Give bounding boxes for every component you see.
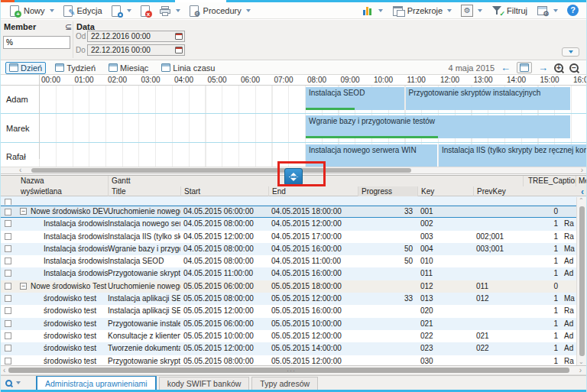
- settings-button[interactable]: ⚙: [457, 4, 486, 18]
- gantt-bar[interactable]: Wgranie bazy i przygotowanie testów: [306, 115, 570, 138]
- table-row[interactable]: Instalacja środowiskaInstalacja nowego s…: [1, 218, 586, 230]
- chevron-down-icon[interactable]: [553, 9, 558, 12]
- chevron-down-icon[interactable]: [378, 9, 383, 12]
- calendar-icon[interactable]: [175, 47, 183, 53]
- tab-week[interactable]: Tydzień: [51, 62, 99, 74]
- column-header-start[interactable]: Start: [180, 186, 268, 197]
- table-row[interactable]: Instalacja środowiskaInstalacja IIS (tyl…: [1, 231, 586, 243]
- next-day-button[interactable]: →: [538, 62, 548, 73]
- chevron-down-icon[interactable]: [16, 381, 21, 384]
- table-vertical-scrollbar[interactable]: ⌃ ⌄: [576, 197, 586, 365]
- checkbox-icon[interactable]: [5, 220, 11, 227]
- column-header-member[interactable]: Me: [576, 176, 587, 186]
- table-row[interactable]: środowisko testInstalacja aplikacji SE05…: [1, 293, 586, 305]
- table-settings-button[interactable]: ⚙: [533, 4, 562, 18]
- tab-typy-adresow[interactable]: Typy adresów: [251, 377, 318, 390]
- member-input[interactable]: [3, 36, 70, 49]
- toolbar-collapse-chevron[interactable]: [559, 15, 576, 19]
- sections-button-label: Przekroje: [407, 6, 443, 15]
- chevron-down-icon[interactable]: [447, 9, 452, 12]
- scroll-right-icon[interactable]: ›: [579, 366, 582, 374]
- member-operator[interactable]: ⊆: [65, 22, 72, 32]
- tab-kody-swift-bankow[interactable]: kody SWIFT banków: [159, 377, 250, 390]
- column-header-prevkey[interactable]: PrevKey: [473, 186, 523, 197]
- gantt-bar[interactable]: Przygotowanie skryptów instalacyjnych: [406, 87, 571, 110]
- collapse-toggle-icon[interactable]: −: [20, 283, 27, 290]
- table-horizontal-scrollbar[interactable]: ‹ ··· ›: [1, 365, 586, 375]
- date-from-field[interactable]: 22.12.2016 00:00: [87, 31, 185, 42]
- checkbox-icon[interactable]: [5, 233, 11, 240]
- checkbox-icon[interactable]: [5, 209, 11, 215]
- table-row[interactable]: Instalacja środowiskaWgranie bazy i przy…: [1, 243, 586, 255]
- checkbox-icon[interactable]: [5, 199, 11, 205]
- checkbox-icon[interactable]: [5, 295, 11, 302]
- chevron-down-icon[interactable]: [176, 9, 180, 12]
- edit-button[interactable]: ✎ Edycja: [58, 4, 106, 18]
- checkbox-icon[interactable]: [5, 332, 11, 339]
- column-header-title[interactable]: Title: [108, 186, 180, 197]
- table-row[interactable]: [1, 196, 586, 206]
- zoom-in-icon[interactable]: +: [554, 63, 563, 73]
- delete-button[interactable]: x: [135, 4, 155, 18]
- chevron-down-icon[interactable]: [50, 9, 54, 12]
- scrollbar-thumb[interactable]: [579, 206, 585, 356]
- scroll-down-icon[interactable]: ⌄: [579, 358, 584, 365]
- scroll-left-icon[interactable]: ‹: [19, 166, 21, 174]
- checkbox-icon[interactable]: [5, 245, 11, 252]
- table-row[interactable]: środowisko testPrzygotowanie instale05.0…: [1, 318, 586, 330]
- filter-collapse-button[interactable]: [562, 47, 579, 57]
- checkbox-icon[interactable]: [5, 283, 11, 290]
- chart-view-button[interactable]: [358, 4, 387, 18]
- bottom-search-button[interactable]: [1, 376, 25, 390]
- sections-button[interactable]: Przekroje: [388, 4, 456, 18]
- print-button[interactable]: [155, 4, 184, 18]
- checkbox-icon[interactable]: [5, 258, 11, 264]
- cell-tree-caption: 1: [523, 243, 561, 255]
- search-button[interactable]: [106, 4, 135, 18]
- checkbox-icon[interactable]: [5, 345, 11, 352]
- scroll-left-icon[interactable]: ‹: [3, 366, 5, 374]
- collapse-toggle-icon[interactable]: −: [20, 208, 27, 215]
- checkbox-icon[interactable]: [5, 270, 11, 277]
- scroll-right-icon[interactable]: ›: [581, 166, 583, 174]
- calendar-icon[interactable]: [175, 33, 183, 40]
- chevron-down-icon[interactable]: [127, 9, 131, 12]
- gantt-bar[interactable]: Instalacja IIS (tylko skrypty bez ręczne…: [439, 144, 586, 167]
- scroll-up-icon[interactable]: ⌃: [579, 197, 584, 204]
- column-header-nazwa[interactable]: Nazwa: [1, 176, 108, 186]
- zoom-out-icon[interactable]: −: [569, 63, 579, 73]
- prev-day-button[interactable]: ←: [501, 62, 511, 73]
- checkbox-icon[interactable]: [5, 358, 11, 364]
- column-header-wyswietlana[interactable]: wyświetlana: [1, 186, 108, 197]
- table-row[interactable]: środowisko testKonsultacje z klienten05.…: [1, 330, 586, 342]
- procedures-button[interactable]: ⚙ Procedury: [184, 4, 255, 18]
- collapse-panel-icon[interactable]: ‹: [581, 187, 584, 196]
- filter-button[interactable]: ✓ Filtruj: [488, 4, 531, 18]
- table-row[interactable]: środowisko testTworzenie dokumenta05.05.…: [1, 342, 586, 355]
- tab-timeline[interactable]: Linia czasu: [157, 62, 219, 74]
- table-row[interactable]: środowisko testPrzygotowanie skrypt05.05…: [1, 355, 586, 365]
- column-header-key[interactable]: Key: [417, 186, 473, 197]
- chevron-down-icon[interactable]: [478, 9, 482, 12]
- tab-month[interactable]: Miesiąc: [105, 62, 152, 74]
- tab-day[interactable]: Dzień: [5, 62, 46, 74]
- pick-date-button[interactable]: [517, 62, 532, 73]
- table-row[interactable]: Instalacja środowiskaInstalacja SEOD04.0…: [1, 255, 586, 267]
- column-header-end[interactable]: End: [268, 186, 358, 197]
- column-header-progress[interactable]: Progress: [358, 186, 417, 197]
- checkbox-icon[interactable]: [5, 320, 11, 327]
- column-header-tree-caption[interactable]: TREE_Caption: [523, 176, 576, 186]
- chevron-down-icon[interactable]: [246, 9, 251, 12]
- tab-administracja-uprawnieniami[interactable]: Administracja uprawnieniami: [36, 376, 157, 390]
- cell-end: 04.05.2015 16:00:00: [268, 267, 358, 280]
- cell-key: 020: [417, 305, 473, 317]
- table-row[interactable]: −Nowe środowisko TestUruchomienie nowego…: [1, 280, 586, 293]
- new-button[interactable]: + Nowy: [5, 4, 58, 18]
- date-to-field[interactable]: 22.12.2016 00:00: [87, 44, 185, 56]
- checkbox-icon[interactable]: [5, 307, 11, 314]
- table-row[interactable]: Instalacja środowiskaPrzygotowanie skryp…: [1, 267, 586, 280]
- table-row[interactable]: −Nowe środowisko DEVUruchomienie nowego0…: [1, 206, 586, 218]
- gantt-bar[interactable]: Instalacja SEOD: [306, 87, 404, 110]
- table-row[interactable]: środowisko testInstalacja aplikacji SE05…: [1, 305, 586, 317]
- scrollbar-thumb[interactable]: [31, 168, 411, 173]
